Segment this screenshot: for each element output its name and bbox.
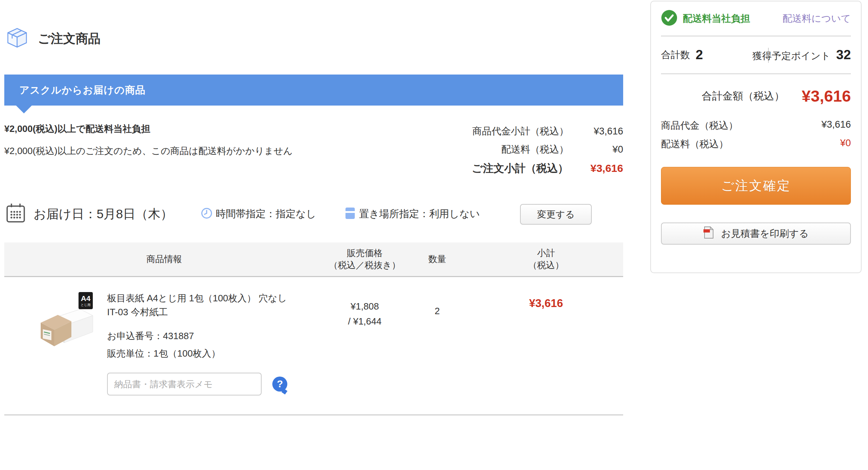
product-thumbnail: A4 とじ用 <box>36 291 107 414</box>
page-header: ご注文商品 <box>6 26 101 51</box>
change-delivery-button[interactable]: 変更する <box>520 204 592 225</box>
product-text-block: 板目表紙 A4とじ用 1包（100枚入） 穴なし IT-03 今村紙工 お申込番… <box>107 291 287 414</box>
order-items-table: 商品情報 販売価格 （税込／税抜き） 数量 小計 （税込） <box>4 242 623 415</box>
print-quote-button[interactable]: お見積書を印刷する <box>661 223 851 245</box>
sidebar-shipping-fee-label: 配送料（税込） <box>661 138 728 150</box>
free-shipping-label: 配送料当社負担 <box>683 12 750 25</box>
total-count-value: 2 <box>696 47 703 62</box>
shipping-fee-row: 配送料（税込） ¥0 <box>4 143 623 156</box>
delivery-date-text: お届け日：5月8日（木） <box>34 206 173 223</box>
product-cell: A4 とじ用 板目表紙 A4とじ用 1包（100枚入） 穴なし IT-03 今村… <box>4 291 324 414</box>
price-incl-tax: ¥1,808 <box>350 301 379 312</box>
memo-row: ? <box>107 373 287 395</box>
seller-banner-tail <box>16 106 32 113</box>
sidebar-shipping-fee-row: 配送料（税込） ¥0 <box>661 138 851 150</box>
col-header-product: 商品情報 <box>4 253 324 265</box>
sidebar-shipping-row: 配送料当社負担 配送料について <box>661 1 851 36</box>
sidebar-item-total-label: 商品代金（税込） <box>661 119 738 132</box>
table-header-row: 商品情報 販売価格 （税込／税抜き） 数量 小計 （税込） <box>4 242 623 277</box>
item-subtotal-label: 商品代金小計（税込） <box>472 126 569 137</box>
drop-box-icon <box>345 207 355 221</box>
col-header-subtotal-line1: 小計 <box>537 248 555 258</box>
product-sales-unit: 販売単位：1包（100枚入） <box>107 347 287 360</box>
calendar-icon <box>6 203 26 225</box>
product-order-number: お申込番号：431887 <box>107 330 287 342</box>
order-page: ご注文商品 アスクルからお届けの商品 ¥2,000(税込)以上で配送料当社負担 … <box>0 0 868 470</box>
sidebar-item-total-row: 商品代金（税込） ¥3,616 <box>661 119 851 132</box>
shipping-fee-label: 配送料（税込） <box>501 144 569 155</box>
grand-total-row: 合計金額（税込） ¥3,616 <box>661 87 851 106</box>
pdf-icon <box>703 226 715 241</box>
table-row: A4 とじ用 板目表紙 A4とじ用 1包（100枚入） 穴なし IT-03 今村… <box>4 277 623 415</box>
grand-total-label: 合計金額（税込） <box>702 89 784 103</box>
free-shipping-status: 配送料当社負担 <box>661 10 750 27</box>
shipping-info-link[interactable]: 配送料について <box>782 12 851 25</box>
col-header-subtotal: 小計 （税込） <box>469 247 623 271</box>
price-cell: ¥1,808 / ¥1,644 <box>324 291 405 414</box>
checkout-sidebar: 配送料当社負担 配送料について 合計数 2 獲得予定ポイント 32 合計金額（税… <box>650 1 862 273</box>
item-subtotal-value: ¥3,616 <box>571 126 623 137</box>
page-title: ご注文商品 <box>38 30 101 47</box>
seller-banner-label: アスクルからお届けの商品 <box>4 83 146 97</box>
col-header-price-line1: 販売価格 <box>347 248 383 258</box>
time-slot-text: 時間帯指定：指定なし <box>216 207 316 221</box>
col-header-subtotal-line2: （税込） <box>528 260 564 270</box>
sidebar-shipping-fee-value: ¥0 <box>840 138 851 150</box>
points-value: 32 <box>836 47 851 62</box>
a4-badge-subtext: とじ用 <box>79 303 93 307</box>
points-label: 獲得予定ポイント <box>752 50 831 62</box>
grand-total-value: ¥3,616 <box>802 87 851 106</box>
print-quote-label: お見積書を印刷する <box>721 227 809 240</box>
clock-icon <box>201 208 212 220</box>
price-excl-tax: / ¥1,644 <box>348 316 382 327</box>
confirm-order-button[interactable]: ご注文確定 <box>661 167 851 205</box>
order-total-label: ご注文小計（税込） <box>472 162 569 174</box>
total-count-label: 合計数 <box>661 48 690 61</box>
invoice-memo-input[interactable] <box>107 373 262 395</box>
sidebar-count-row: 合計数 2 獲得予定ポイント 32 <box>661 36 851 74</box>
col-header-price-line2: （税込／税抜き） <box>329 260 401 270</box>
subtotal-cell: ¥3,616 <box>469 291 623 414</box>
shipping-fee-value: ¥0 <box>571 144 623 155</box>
order-total-row: ご注文小計（税込） ¥3,616 <box>4 161 623 176</box>
a4-badge-text: A4 <box>79 295 93 302</box>
points-group: 獲得予定ポイント 32 <box>752 47 851 62</box>
order-total-value: ¥3,616 <box>571 162 623 174</box>
help-icon[interactable]: ? <box>272 377 287 392</box>
drop-place-text: 置き場所指定：利用しない <box>359 207 480 221</box>
a4-size-badge: A4 とじ用 <box>79 292 93 309</box>
item-subtotal-row: 商品代金小計（税込） ¥3,616 <box>4 125 623 138</box>
seller-banner: アスクルからお届けの商品 <box>4 75 623 106</box>
delivery-info-row: お届け日：5月8日（木） 時間帯指定：指定なし 置き場所指定：利用しない 変更す… <box>6 203 623 225</box>
sidebar-item-total-value: ¥3,616 <box>821 119 851 132</box>
check-circle-icon <box>661 10 677 27</box>
col-header-qty: 数量 <box>405 253 469 265</box>
quantity-cell: 2 <box>405 291 469 414</box>
col-header-price: 販売価格 （税込／税抜き） <box>324 247 405 271</box>
package-icon <box>6 26 29 51</box>
order-subtotal-block: 商品代金小計（税込） ¥3,616 配送料（税込） ¥0 ご注文小計（税込） ¥… <box>4 125 623 181</box>
product-name-link[interactable]: 板目表紙 A4とじ用 1包（100枚入） 穴なし IT-03 今村紙工 <box>107 291 287 319</box>
